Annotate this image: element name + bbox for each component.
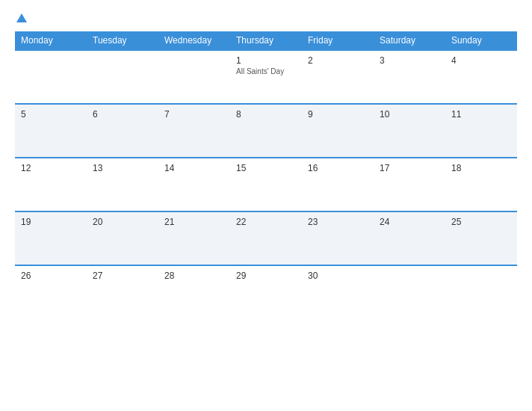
calendar-cell: 10 xyxy=(374,104,445,158)
day-number: 8 xyxy=(236,109,296,120)
calendar-cell: 2 xyxy=(302,50,374,104)
calendar-cell: 16 xyxy=(302,158,374,211)
day-number: 6 xyxy=(93,109,152,120)
day-number: 9 xyxy=(308,109,368,120)
calendar-cell: 23 xyxy=(302,211,374,265)
day-number: 11 xyxy=(451,109,511,120)
day-number: 5 xyxy=(21,109,81,120)
calendar-cell: 19 xyxy=(15,211,87,265)
calendar-cell: 15 xyxy=(230,158,302,211)
day-number: 25 xyxy=(451,217,511,227)
day-number: 1 xyxy=(236,55,296,66)
calendar-cell: 3 xyxy=(374,50,445,104)
calendar-cell: 7 xyxy=(158,104,230,158)
calendar-cell xyxy=(374,265,445,319)
day-number: 4 xyxy=(451,55,511,66)
day-number: 22 xyxy=(236,217,296,227)
calendar-cell xyxy=(158,50,230,104)
calendar-page: MondayTuesdayWednesdayThursdayFridaySatu… xyxy=(0,0,532,411)
day-number: 26 xyxy=(21,271,81,281)
calendar-week-row: 12131415161718 xyxy=(15,158,517,211)
header xyxy=(15,13,517,24)
event-label: All Saints' Day xyxy=(236,67,296,75)
weekday-header-monday: Monday xyxy=(15,31,87,50)
calendar-cell xyxy=(445,265,517,319)
weekday-header-wednesday: Wednesday xyxy=(158,31,230,50)
calendar-week-row: 2627282930 xyxy=(15,265,517,319)
calendar-cell: 24 xyxy=(374,211,445,265)
calendar-cell: 8 xyxy=(230,104,302,158)
day-number: 24 xyxy=(380,217,439,227)
weekday-header-saturday: Saturday xyxy=(374,31,445,50)
calendar-cell: 29 xyxy=(230,265,302,319)
day-number: 21 xyxy=(164,217,224,227)
calendar-cell: 22 xyxy=(230,211,302,265)
day-number: 3 xyxy=(380,55,439,66)
calendar-week-row: 19202122232425 xyxy=(15,211,517,265)
calendar-cell: 1All Saints' Day xyxy=(230,50,302,104)
weekday-header-sunday: Sunday xyxy=(445,31,517,50)
day-number: 2 xyxy=(308,55,368,66)
weekday-header-row: MondayTuesdayWednesdayThursdayFridaySatu… xyxy=(15,31,517,50)
calendar-cell: 18 xyxy=(445,158,517,211)
calendar-cell xyxy=(87,50,158,104)
day-number: 19 xyxy=(21,217,81,227)
calendar-cell: 30 xyxy=(302,265,374,319)
day-number: 27 xyxy=(93,271,152,281)
day-number: 12 xyxy=(21,163,81,173)
calendar-cell: 27 xyxy=(87,265,158,319)
calendar-cell: 20 xyxy=(87,211,158,265)
calendar-week-row: 567891011 xyxy=(15,104,517,158)
calendar-cell: 6 xyxy=(87,104,158,158)
calendar-cell: 13 xyxy=(87,158,158,211)
day-number: 29 xyxy=(236,271,296,281)
calendar-cell: 26 xyxy=(15,265,87,319)
calendar-cell: 12 xyxy=(15,158,87,211)
calendar-cell: 14 xyxy=(158,158,230,211)
weekday-header-friday: Friday xyxy=(302,31,374,50)
day-number: 7 xyxy=(164,109,224,120)
day-number: 20 xyxy=(93,217,152,227)
day-number: 10 xyxy=(380,109,439,120)
day-number: 13 xyxy=(93,163,152,173)
day-number: 18 xyxy=(451,163,511,173)
calendar-cell xyxy=(15,50,87,104)
calendar-cell: 5 xyxy=(15,104,87,158)
logo xyxy=(15,13,27,24)
calendar-cell: 17 xyxy=(374,158,445,211)
calendar-week-row: 1All Saints' Day234 xyxy=(15,50,517,104)
calendar-cell: 4 xyxy=(445,50,517,104)
calendar-cell: 11 xyxy=(445,104,517,158)
logo-triangle-icon xyxy=(16,13,27,22)
day-number: 28 xyxy=(164,271,224,281)
calendar-cell: 21 xyxy=(158,211,230,265)
day-number: 14 xyxy=(164,163,224,173)
day-number: 30 xyxy=(308,271,368,281)
day-number: 23 xyxy=(308,217,368,227)
weekday-header-thursday: Thursday xyxy=(230,31,302,50)
calendar-cell: 9 xyxy=(302,104,374,158)
calendar-table: MondayTuesdayWednesdayThursdayFridaySatu… xyxy=(15,31,517,319)
day-number: 15 xyxy=(236,163,296,173)
calendar-cell: 25 xyxy=(445,211,517,265)
weekday-header-tuesday: Tuesday xyxy=(87,31,158,50)
calendar-cell: 28 xyxy=(158,265,230,319)
day-number: 17 xyxy=(380,163,439,173)
day-number: 16 xyxy=(308,163,368,173)
